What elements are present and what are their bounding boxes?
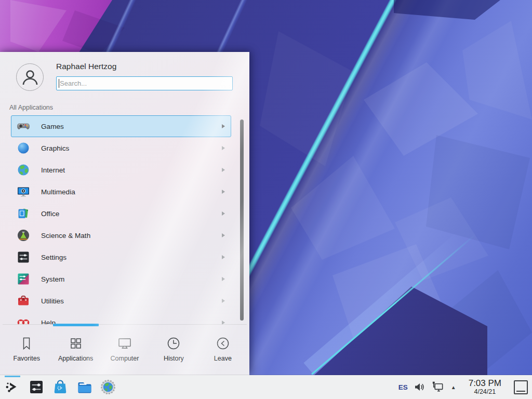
category-utilities[interactable]: Utilities	[11, 290, 231, 312]
chevron-right-icon	[222, 124, 225, 128]
category-label: Utilities	[41, 297, 64, 305]
computer-icon	[117, 336, 132, 351]
tab-computer[interactable]: Computer	[100, 326, 149, 375]
taskbar-pinned-apps	[2, 375, 118, 399]
tab-history[interactable]: History	[149, 326, 198, 375]
globe-gear-icon	[100, 379, 116, 395]
wallpaper-facet	[395, 197, 488, 281]
category-settings[interactable]: Settings	[11, 246, 231, 268]
tab-label: Favorites	[14, 355, 40, 362]
wallpaper-facet	[364, 62, 478, 156]
discover-button[interactable]	[50, 375, 71, 399]
tab-leave[interactable]: Leave	[198, 326, 247, 375]
sliders-color-icon	[16, 272, 31, 286]
wallpaper-facet	[462, 21, 532, 119]
kde-plasma-logo-icon	[4, 379, 21, 395]
application-launcher-popup: Raphael Hertzog All Applications	[0, 52, 249, 375]
toolbox-icon	[16, 294, 31, 308]
category-office[interactable]: Office	[11, 203, 231, 224]
chevron-right-icon	[222, 299, 225, 303]
category-system[interactable]: System	[11, 268, 231, 290]
category-games[interactable]: Games	[11, 115, 231, 137]
gamepad-icon	[16, 119, 31, 134]
paint-sphere-icon	[16, 141, 31, 155]
category-label: Science & Math	[41, 232, 90, 240]
category-multimedia[interactable]: Multimedia	[11, 181, 231, 203]
wallpaper-facet	[260, 31, 353, 166]
taskbar-panel: ES ▲ 7:03 PM 4/24/21	[0, 375, 532, 399]
chevron-right-icon	[222, 146, 225, 150]
category-list: Games Graphics	[0, 115, 249, 324]
chevron-right-icon	[222, 168, 225, 172]
expand-tray-icon[interactable]: ▲	[451, 384, 456, 390]
folder-icon	[76, 379, 92, 395]
user-name: Raphael Hertzog	[56, 62, 116, 71]
category-label: Games	[41, 123, 64, 130]
category-label: Settings	[41, 254, 66, 261]
wallpaper-magenta-corner	[0, 0, 156, 54]
category-graphics[interactable]: Graphics	[11, 137, 231, 159]
desktop: Raphael Hertzog All Applications	[0, 0, 532, 399]
category-label: System	[41, 275, 64, 283]
chevron-right-icon	[222, 211, 225, 216]
wallpaper-facet	[291, 156, 395, 260]
file-manager-button[interactable]	[74, 375, 95, 399]
show-desktop-button[interactable]	[514, 380, 528, 394]
documents-icon	[16, 206, 31, 221]
application-launcher-button[interactable]	[2, 375, 23, 399]
chevron-right-icon	[222, 190, 225, 194]
flask-icon	[16, 228, 31, 243]
category-help[interactable]: Help	[11, 312, 231, 324]
digital-clock[interactable]: 7:03 PM 4/24/21	[469, 378, 501, 396]
search-input[interactable]	[56, 76, 233, 90]
tab-applications[interactable]: Applications	[51, 326, 100, 375]
leave-circle-icon	[215, 336, 231, 351]
monitor-play-icon	[16, 184, 31, 199]
category-label: Graphics	[41, 144, 69, 152]
web-browser-button[interactable]	[98, 375, 118, 399]
discover-bag-icon	[52, 379, 69, 395]
chevron-right-icon	[222, 233, 225, 237]
category-science-math[interactable]: Science & Math	[11, 224, 231, 246]
lifebuoy-icon	[16, 315, 31, 324]
volume-icon[interactable]	[413, 381, 425, 393]
tab-label: Computer	[111, 355, 139, 362]
clock-time: 7:03 PM	[469, 378, 501, 388]
sliders-dark-icon	[16, 250, 31, 264]
tab-label: History	[164, 355, 184, 362]
category-label: Multimedia	[41, 188, 75, 196]
chevron-right-icon	[222, 255, 225, 259]
category-label: Office	[41, 210, 59, 218]
bookmark-icon	[19, 336, 34, 351]
launcher-tabbar: Favorites Applications Computer	[2, 326, 247, 375]
user-icon	[20, 67, 41, 88]
app-grid-icon	[68, 336, 84, 351]
tab-favorites[interactable]: Favorites	[2, 326, 51, 375]
text-caret	[59, 79, 59, 88]
system-tray: ES ▲ 7:03 PM 4/24/21	[398, 378, 528, 396]
category-label: Internet	[41, 166, 65, 174]
system-settings-icon	[28, 379, 45, 395]
section-label: All Applications	[9, 104, 53, 111]
chevron-right-icon	[222, 277, 225, 281]
keyboard-layout-indicator[interactable]: ES	[398, 383, 408, 391]
system-settings-button[interactable]	[26, 375, 47, 399]
category-internet[interactable]: Internet	[11, 159, 231, 181]
history-clock-icon	[166, 336, 181, 351]
wallpaper-dark-wedge	[394, 0, 500, 20]
network-icon[interactable]	[431, 380, 445, 394]
tabbar-divider	[3, 324, 247, 325]
scrollbar[interactable]	[240, 119, 244, 321]
globe-icon	[16, 163, 31, 177]
chevron-right-icon	[222, 321, 225, 324]
user-avatar[interactable]	[16, 63, 44, 91]
tab-label: Leave	[214, 355, 232, 362]
clock-date: 4/24/21	[474, 388, 496, 396]
tab-label: Applications	[58, 355, 93, 362]
